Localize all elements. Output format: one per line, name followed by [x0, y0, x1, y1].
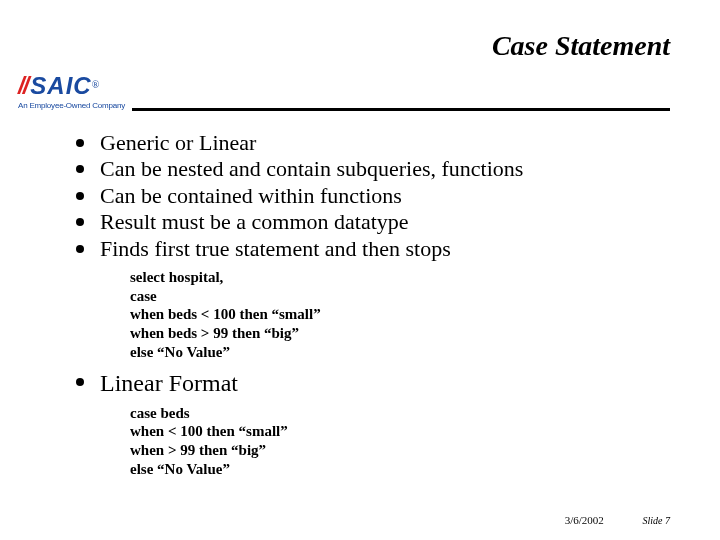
list-item: Can be nested and contain subqueries, fu… [76, 156, 670, 182]
list-item: Finds first true statement and then stop… [76, 236, 670, 262]
code-block-2: case beds when < 100 then “small” when >… [130, 404, 670, 479]
logo-mark: // SAIC® [18, 72, 128, 100]
bullet-text: Result must be a common datatype [100, 209, 409, 234]
list-item: Can be contained within functions [76, 183, 670, 209]
bullet-text: Linear Format [100, 370, 238, 396]
code-block-1: select hospital, case when beds < 100 th… [130, 268, 670, 362]
bullet-text: Generic or Linear [100, 130, 256, 155]
slide: Case Statement // SAIC® An Employee-Owne… [0, 0, 720, 540]
logo-slash-icon: // [18, 72, 27, 100]
list-item: Result must be a common datatype [76, 209, 670, 235]
slide-content: Generic or Linear Can be nested and cont… [76, 130, 670, 485]
bullet-text: Can be contained within functions [100, 183, 402, 208]
logo-text: SAIC [30, 72, 91, 99]
logo-tagline: An Employee-Owned Company [18, 101, 128, 110]
bullet-text: Finds first true statement and then stop… [100, 236, 451, 261]
list-item: Generic or Linear [76, 130, 670, 156]
registered-icon: ® [92, 79, 100, 90]
bullet-text: Can be nested and contain subqueries, fu… [100, 156, 523, 181]
bullet-list-top: Generic or Linear Can be nested and cont… [76, 130, 670, 262]
company-logo: // SAIC® An Employee-Owned Company [18, 72, 128, 110]
bullet-list-bottom: Linear Format [76, 368, 670, 398]
footer-date: 3/6/2002 [565, 514, 604, 526]
slide-footer: 3/6/2002 Slide 7 [565, 514, 670, 526]
footer-slide-number: Slide 7 [643, 515, 671, 526]
horizontal-rule [132, 108, 670, 111]
list-item: Linear Format [76, 368, 670, 398]
slide-title: Case Statement [492, 30, 670, 62]
